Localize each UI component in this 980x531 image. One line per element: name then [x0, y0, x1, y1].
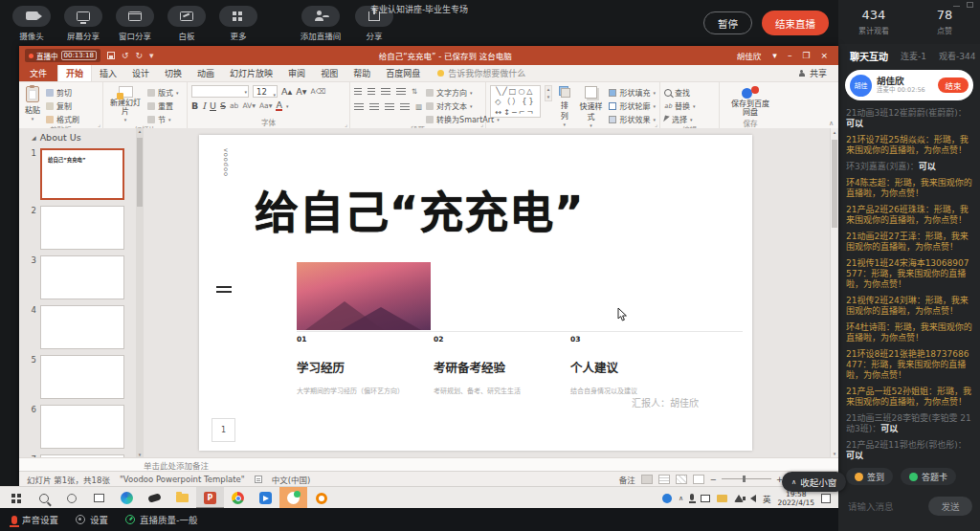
ribbon-tab[interactable]: 动画	[189, 65, 222, 81]
topbar-tool-button[interactable]: 添加直播间	[299, 6, 343, 41]
find-button[interactable]: 查找	[664, 87, 696, 98]
restore-icon[interactable]: ❐	[802, 51, 810, 60]
topbar-tool-button[interactable]: 摄像头	[10, 6, 54, 41]
sound-settings-button[interactable]: 声音设置	[11, 513, 58, 526]
decrease-font-icon[interactable]: A▾	[296, 86, 306, 97]
share-button[interactable]: 共享	[798, 65, 838, 81]
char-spacing-icon[interactable]: AV▾	[242, 100, 256, 111]
zoom-slider[interactable]	[722, 478, 771, 479]
increase-indent-icon[interactable]	[396, 88, 406, 96]
ribbon-tab[interactable]: 切换	[157, 65, 189, 81]
bold-icon[interactable]: B	[191, 100, 198, 111]
dialog-launcher-icon[interactable]: ⌟	[480, 121, 483, 127]
start-button[interactable]	[2, 487, 30, 509]
save-to-baidu-button[interactable]: 保存到百度网盘	[727, 85, 773, 118]
hidden-icons-chevron[interactable]: ∧	[679, 495, 683, 502]
tell-me-search[interactable]: 告诉我你想要做什么	[437, 65, 525, 81]
align-left-icon[interactable]	[354, 103, 364, 111]
shapes-scroll[interactable]: ▴▾	[545, 85, 553, 101]
align-center-icon[interactable]	[369, 103, 379, 111]
increase-font-icon[interactable]: A▴	[281, 86, 292, 97]
reset-button[interactable]: 重置	[147, 100, 179, 111]
topbar-tool-button[interactable]: 白板	[165, 6, 209, 41]
replace-button[interactable]: ab替换▾	[664, 100, 696, 111]
scroll-up-icon[interactable]: ▴	[831, 129, 838, 135]
slide-thumbnail[interactable]	[40, 206, 124, 250]
cortana-button[interactable]	[57, 487, 85, 509]
ribbon-tab[interactable]: 审阅	[280, 65, 313, 81]
font-name-select[interactable]: ▾	[191, 85, 249, 98]
scroll-down-icon[interactable]: ▾	[831, 451, 838, 456]
topbar-tool-button[interactable]: 更多	[216, 6, 260, 41]
underline-icon[interactable]: U	[210, 100, 216, 111]
action-center-icon[interactable]	[821, 494, 831, 503]
customize-qat-icon[interactable]: ▾	[149, 51, 154, 60]
slide-photo[interactable]	[297, 262, 431, 330]
line-spacing-icon[interactable]: ⇅	[412, 86, 417, 97]
change-case-icon[interactable]: Aa▾	[259, 100, 273, 111]
spellcheck-icon[interactable]	[255, 476, 262, 483]
shapes-gallery[interactable]: ╲╱□○△ ◇（）{} ↔↕─⌐¬	[490, 85, 541, 118]
streaming-app-button[interactable]	[279, 487, 307, 509]
strikethrough-icon[interactable]: S	[220, 100, 226, 111]
send-button[interactable]: 发送	[928, 497, 972, 516]
language-indicator[interactable]: 中文(中国)	[272, 474, 311, 485]
slideshow-view-icon[interactable]	[693, 475, 704, 484]
scrollbar-thumb[interactable]	[832, 140, 837, 228]
tray-app-icon[interactable]	[662, 494, 672, 503]
font-size-select[interactable]: 12▾	[253, 85, 278, 98]
checkin-button[interactable]: 签到	[846, 468, 893, 485]
close-icon[interactable]: ×	[820, 51, 828, 60]
clock[interactable]: 19:58 2022/4/15	[778, 490, 814, 507]
taskbar-search-button[interactable]	[30, 487, 57, 509]
pause-button[interactable]: 暂停	[703, 11, 752, 34]
zoom-slider-thumb[interactable]	[743, 476, 746, 482]
notes-pane[interactable]: 单击此处添加备注	[19, 457, 838, 471]
tray-folder-icon[interactable]	[717, 495, 727, 502]
slide-thumbnail[interactable]	[40, 255, 124, 299]
normal-view-icon[interactable]	[641, 475, 653, 484]
chat-tab[interactable]: 观看-344	[939, 50, 975, 62]
quick-styles-button[interactable]: 快速样式 ▾	[576, 85, 605, 128]
tray-display-icon[interactable]	[701, 495, 710, 502]
decrease-indent-icon[interactable]	[381, 88, 390, 96]
scrollbar-thumb[interactable]	[137, 138, 143, 207]
dialog-launcher-icon[interactable]: ⌟	[345, 121, 347, 127]
ribbon-tab[interactable]: 幻灯片放映	[222, 65, 280, 81]
end-mic-button[interactable]: 结束	[938, 77, 969, 93]
scroll-up-icon[interactable]: ▴	[136, 128, 144, 134]
font-color-icon[interactable]: A	[276, 100, 282, 111]
zoom-out-icon[interactable]: −	[710, 475, 717, 484]
orange-app-button[interactable]	[307, 487, 335, 509]
save-icon[interactable]	[107, 52, 115, 59]
slide-thumbnail[interactable]: 给自己“充充电”	[40, 148, 124, 200]
clear-format-icon[interactable]: A⌫	[311, 86, 326, 97]
columns-icon[interactable]: ▥	[415, 101, 422, 112]
collapse-ribbon-icon[interactable]: ∧	[829, 120, 834, 127]
slide-thumbnail[interactable]	[40, 355, 124, 399]
input-language-indicator[interactable]: 英	[763, 493, 771, 504]
end-live-button[interactable]: 结束直播	[762, 11, 829, 35]
minimize-icon[interactable]	[953, 2, 960, 7]
ribbon-tab[interactable]: 设计	[124, 65, 157, 81]
italic-icon[interactable]: I	[202, 100, 206, 111]
justify-icon[interactable]	[400, 103, 410, 111]
cut-button[interactable]: 剪切	[46, 87, 79, 98]
topbar-tool-button[interactable]: 屏幕分享	[61, 6, 105, 41]
thumbnail-scrollbar[interactable]: ▴ ▾	[136, 128, 144, 457]
account-name[interactable]: 胡佳欣	[737, 50, 762, 61]
layout-button[interactable]: 版式 ▾	[147, 87, 179, 98]
maximize-icon[interactable]	[967, 2, 973, 8]
numbering-icon[interactable]	[368, 88, 375, 96]
format-painter-button[interactable]: 格式刷	[46, 114, 79, 124]
minimize-icon[interactable]: –	[788, 51, 792, 60]
ribbon-tab[interactable]: 帮助	[345, 65, 378, 81]
stream-quality-indicator[interactable]: 直播质量-一般	[125, 513, 197, 526]
bullets-icon[interactable]	[354, 88, 362, 96]
copy-button[interactable]: 复制	[46, 100, 79, 111]
chat-tab[interactable]: 聊天互动	[850, 49, 888, 63]
volume-icon[interactable]	[750, 495, 756, 502]
dialog-launcher-icon[interactable]: ⌟	[655, 121, 657, 127]
ribbon-tab[interactable]: 百度网盘	[378, 65, 428, 81]
slide-sorter-view-icon[interactable]	[658, 475, 670, 484]
